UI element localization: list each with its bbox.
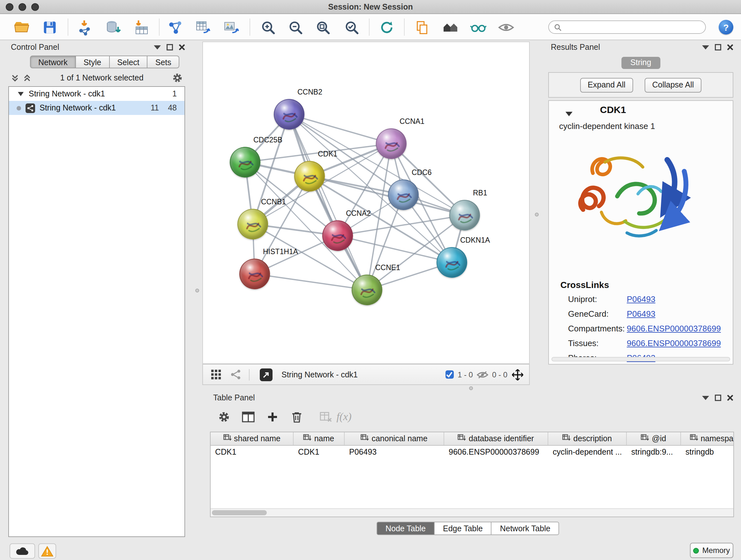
column-header--id[interactable]: @id [627, 432, 681, 445]
search-icon [554, 23, 562, 31]
scrollbar-thumb[interactable] [212, 510, 267, 515]
crosslink-link-genecard-[interactable]: P06493 [627, 308, 656, 320]
results-panel-maximize-button[interactable] [715, 44, 721, 51]
show-columns-button[interactable] [239, 409, 258, 425]
table-cell[interactable]: 9606.ENSP00000378699 [444, 448, 548, 456]
table-cell[interactable]: CDK1 [293, 448, 345, 456]
crosslink-link-tissues-[interactable]: 9606.ENSP00000378699 [627, 338, 721, 349]
column-header-database-identifier[interactable]: database identifier [444, 432, 548, 445]
results-tab-string[interactable]: String [621, 57, 660, 69]
control-panel-tabs: NetworkStyleSelectSets [30, 56, 180, 68]
network-node-ccne1[interactable] [352, 274, 382, 305]
table-settings-button[interactable] [214, 409, 233, 425]
table-cell[interactable]: P06493 [345, 448, 444, 456]
close-icon [179, 44, 185, 51]
new-network-button[interactable] [165, 17, 186, 38]
fit-content-button[interactable] [511, 368, 524, 381]
network-collection-row[interactable]: String Network - cdk1 1 [9, 87, 185, 101]
collapse-all-button[interactable]: Collapse All [645, 78, 702, 92]
column-header-description[interactable]: description [548, 432, 627, 445]
results-panel-float-button[interactable] [702, 45, 709, 50]
toggle-string-style-button[interactable] [468, 17, 488, 38]
birdseye-grid-button[interactable] [211, 369, 221, 380]
tab-network-table[interactable]: Network Table [492, 522, 559, 535]
duplicate-network-button[interactable] [412, 17, 432, 38]
zoom-in-button[interactable] [258, 17, 278, 38]
column-header-canonical-name[interactable]: canonical name [345, 432, 444, 445]
network-node-ccna1[interactable] [376, 128, 407, 159]
control-panel-float-button[interactable] [154, 45, 161, 50]
search-box[interactable] [548, 20, 706, 34]
network-node-ccnb2[interactable] [274, 99, 305, 130]
import-network-database-button[interactable] [104, 17, 124, 38]
function-builder-button[interactable]: f(x) [334, 409, 354, 425]
network-list-item[interactable]: String Network - cdk1 11 48 [9, 101, 185, 115]
tab-edge-table[interactable]: Edge Table [434, 522, 492, 535]
memory-button[interactable]: Memory [690, 543, 733, 558]
network-node-hist1h1a[interactable] [239, 259, 270, 289]
network-node-rb1[interactable] [449, 200, 480, 231]
toggle-graphics-details-button[interactable] [496, 17, 516, 38]
network-node-cdk1[interactable] [294, 161, 325, 192]
column-header-namespace[interactable]: namespace [681, 432, 734, 445]
table-cell[interactable]: stringdb:9... [627, 448, 681, 456]
table-panel-maximize-button[interactable] [715, 395, 721, 401]
export-image-button[interactable] [221, 17, 241, 38]
table-cell[interactable]: CDK1 [211, 448, 293, 456]
splitter-handle[interactable] [535, 212, 539, 216]
table-cell[interactable]: cyclin-dependent ... [548, 448, 627, 456]
help-button[interactable]: ? [719, 20, 733, 35]
column-header-name[interactable]: name [293, 432, 345, 445]
network-share-button[interactable] [230, 369, 241, 380]
cloud-status-button[interactable] [10, 543, 35, 559]
control-panel-close-button[interactable] [179, 44, 185, 51]
network-canvas[interactable]: CCNB2CCNA1CDC25BCDK1CDC6RB1CCNB1CCNA2CDK… [202, 42, 530, 364]
zoom-selected-button[interactable] [341, 17, 362, 38]
tab-sets[interactable]: Sets [148, 56, 180, 68]
splitter-handle[interactable] [195, 289, 199, 293]
network-node-cdc25b[interactable] [230, 147, 260, 178]
collapse-all-networks-button[interactable] [11, 74, 19, 82]
export-table-button[interactable] [193, 17, 213, 38]
crosslink-link-compartments-[interactable]: 9606.ENSP00000378699 [627, 323, 721, 334]
results-panel-close-button[interactable] [727, 44, 733, 51]
zoom-fit-button[interactable] [313, 17, 333, 38]
selected-nodes-checkbox[interactable] [446, 370, 454, 379]
warnings-button[interactable] [38, 543, 56, 559]
import-table-button[interactable] [131, 17, 152, 38]
import-network-file-button[interactable] [75, 17, 95, 38]
table-panel-float-button[interactable] [702, 395, 709, 400]
splitter-handle[interactable] [469, 386, 473, 390]
tab-node-table[interactable]: Node Table [377, 522, 434, 535]
network-node-ccnb1[interactable] [238, 209, 268, 240]
results-scrollbar[interactable] [551, 357, 730, 361]
delete-table-button[interactable] [317, 409, 336, 425]
table-panel-close-button[interactable] [727, 395, 733, 401]
table-row[interactable]: CDK1CDK1P064939606.ENSP00000378699cyclin… [211, 446, 733, 458]
home-button[interactable] [441, 17, 461, 38]
gene-disclosure-triangle[interactable] [565, 108, 572, 119]
save-session-button[interactable] [40, 17, 60, 38]
refresh-view-button[interactable] [377, 17, 397, 38]
network-options-gear-button[interactable] [172, 73, 183, 83]
control-panel-maximize-button[interactable] [166, 44, 173, 51]
network-node-ccna2[interactable] [322, 220, 353, 251]
search-input[interactable] [565, 22, 700, 32]
crosslink-link-uniprot-[interactable]: P06493 [627, 294, 656, 305]
table-cell[interactable]: stringdb [681, 448, 734, 456]
workspace: Control Panel NetworkStyleSelectSets 1 o… [0, 40, 741, 560]
add-column-button[interactable] [263, 409, 282, 425]
tab-style[interactable]: Style [76, 56, 110, 68]
zoom-out-button[interactable] [285, 17, 306, 38]
network-node-cdc6[interactable] [388, 179, 419, 210]
delete-column-button[interactable] [287, 409, 307, 425]
table-horizontal-scrollbar[interactable] [211, 508, 733, 516]
column-header-shared-name[interactable]: shared name [211, 432, 293, 445]
tab-select[interactable]: Select [110, 56, 148, 68]
expand-all-button[interactable]: Expand All [580, 78, 633, 92]
open-session-button[interactable] [11, 17, 32, 38]
expand-all-networks-button[interactable] [23, 74, 31, 82]
open-in-new-window-button[interactable] [260, 368, 273, 381]
network-node-cdkn1a[interactable] [436, 247, 467, 278]
tab-network[interactable]: Network [30, 56, 76, 68]
